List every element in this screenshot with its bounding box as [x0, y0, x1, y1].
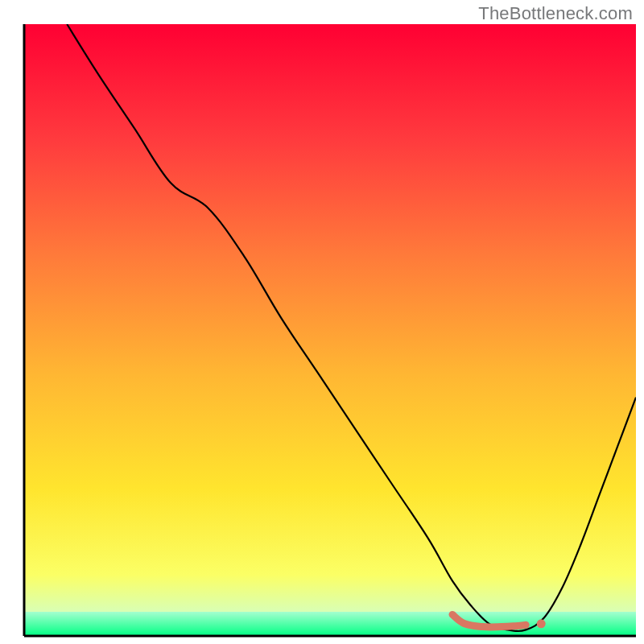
gradient-background [24, 24, 636, 636]
bottleneck-chart: TheBottleneck.com [0, 0, 644, 644]
highlight-dot-icon [537, 619, 546, 628]
watermark-label: TheBottleneck.com [478, 3, 633, 24]
chart-svg [0, 0, 644, 644]
